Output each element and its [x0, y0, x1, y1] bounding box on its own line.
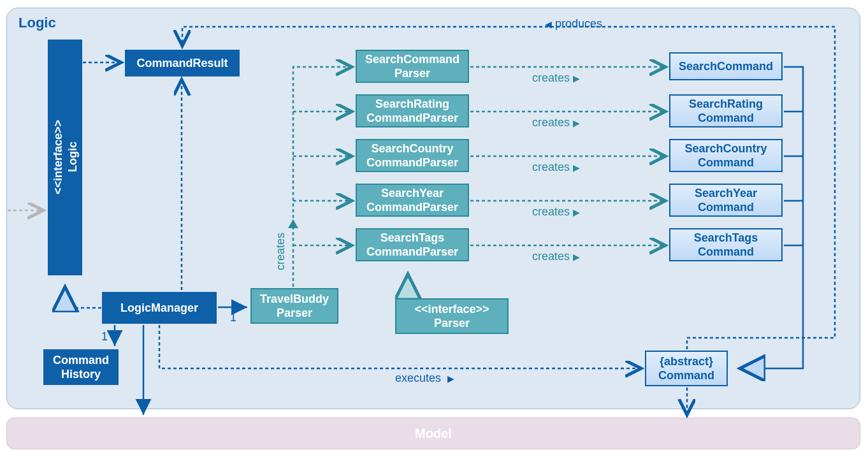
logic-manager-box: LogicManager [102, 292, 217, 324]
travelbuddy-parser-box: TravelBuddy Parser [250, 288, 338, 324]
parser-search-country: SearchCountry CommandParser [356, 139, 469, 172]
parser-search-year: SearchYear CommandParser [356, 184, 469, 217]
logic-interface-text: <<interface>>Logic [51, 120, 80, 194]
cmd-search-tags: SearchTags Command [669, 228, 783, 261]
container-title: Logic [18, 15, 56, 31]
mult-1-history: 1 [101, 330, 108, 344]
produces-label: ◀ produces [545, 17, 602, 31]
creates-label-2: creates ▶ [532, 161, 580, 174]
mult-1-parser: 1 [230, 311, 236, 324]
creates-label-3: creates ▶ [532, 205, 580, 219]
cmd-search-country: SearchCountry Command [669, 139, 783, 172]
executes-label: executes ▶ [395, 372, 454, 385]
logic-interface-box: <<interface>>Logic [48, 40, 82, 275]
abstract-command-box: {abstract}Command [645, 351, 728, 386]
command-history-box: Command History [43, 349, 119, 385]
model-box: Model [6, 417, 860, 449]
parser-search-tags: SearchTags CommandParser [356, 228, 469, 261]
parser-search-rating: SearchRating CommandParser [356, 94, 469, 127]
cmd-search-command: SearchCommand [669, 52, 783, 80]
parser-interface-box: <<interface>>Parser [395, 298, 509, 334]
cmd-search-year: SearchYear Command [669, 184, 783, 217]
command-result-box: CommandResult [125, 50, 240, 76]
creates-label-1: creates ▶ [532, 116, 580, 129]
creates-vertical-label: creates [274, 233, 287, 270]
parser-search-command: SearchCommand Parser [356, 50, 469, 83]
cmd-search-rating: SearchRating Command [669, 94, 783, 127]
creates-label-4: creates ▶ [532, 250, 580, 263]
creates-label-0: creates ▶ [532, 71, 580, 85]
